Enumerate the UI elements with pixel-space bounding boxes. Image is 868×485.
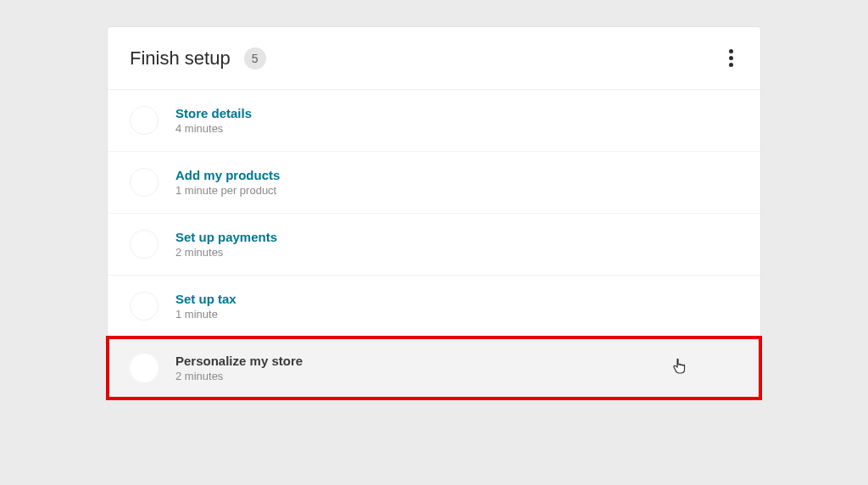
task-title: Set up payments — [175, 230, 277, 244]
task-title: Store details — [175, 106, 252, 120]
pointer-cursor-icon — [672, 358, 687, 378]
task-setup-tax[interactable]: Set up tax 1 minute — [108, 276, 760, 337]
task-meta: 2 minutes — [175, 370, 303, 382]
task-meta: 1 minute per product — [175, 184, 280, 197]
task-setup-payments[interactable]: Set up payments 2 minutes — [108, 214, 760, 276]
task-content: Store details 4 minutes — [175, 106, 252, 135]
card-header: Finish setup 5 — [108, 27, 760, 90]
task-status-circle — [130, 354, 159, 382]
task-content: Add my products 1 minute per product — [175, 168, 280, 197]
task-meta: 4 minutes — [175, 122, 252, 135]
task-content: Set up tax 1 minute — [175, 292, 236, 321]
tasks-count-badge: 5 — [244, 47, 266, 70]
task-meta: 1 minute — [175, 308, 236, 321]
task-list: Store details 4 minutes Add my products … — [108, 90, 760, 399]
more-options-button[interactable] — [724, 44, 738, 72]
task-status-circle — [130, 168, 159, 197]
task-content: Set up payments 2 minutes — [175, 230, 277, 259]
task-store-details[interactable]: Store details 4 minutes — [108, 90, 760, 152]
task-status-circle — [130, 292, 159, 321]
card-title: Finish setup — [130, 47, 231, 70]
task-status-circle — [130, 230, 159, 259]
task-title: Personalize my store — [175, 354, 303, 368]
task-meta: 2 minutes — [175, 246, 277, 259]
task-status-circle — [130, 106, 159, 135]
task-content: Personalize my store 2 minutes — [175, 354, 303, 382]
ellipsis-icon — [729, 56, 733, 60]
task-personalize-store[interactable]: Personalize my store 2 minutes — [108, 337, 760, 399]
setup-card: Finish setup 5 Store details 4 minutes A… — [108, 27, 760, 399]
task-title: Set up tax — [175, 292, 236, 306]
task-add-products[interactable]: Add my products 1 minute per product — [108, 152, 760, 214]
ellipsis-icon — [729, 49, 733, 53]
task-title: Add my products — [175, 168, 280, 182]
ellipsis-icon — [729, 63, 733, 67]
